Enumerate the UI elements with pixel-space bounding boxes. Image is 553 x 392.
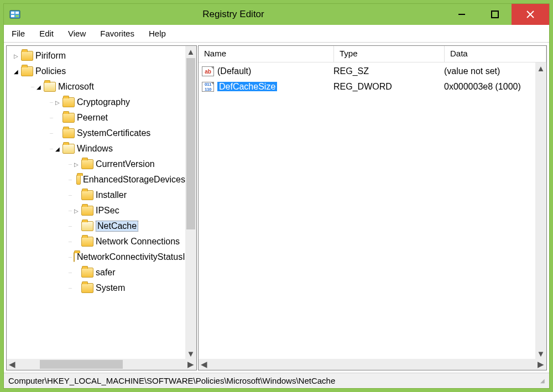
expand-icon[interactable]: ▷ xyxy=(72,207,80,215)
tree-line-icon: ┈ xyxy=(69,192,71,198)
tree-item[interactable]: ┈▷Cryptography xyxy=(9,95,185,110)
tree-item-label: System xyxy=(96,283,125,293)
scroll-thumb[interactable] xyxy=(40,360,123,369)
tree-line-icon xyxy=(72,176,75,184)
svg-rect-4 xyxy=(15,15,19,17)
values-vertical-scrollbar[interactable]: ▲ ▼ xyxy=(535,62,546,359)
value-name: (Default) xyxy=(217,66,333,76)
menu-favorites[interactable]: Favorites xyxy=(95,27,143,40)
folder-icon xyxy=(62,144,75,154)
tree-line-icon: ┈ xyxy=(69,161,71,168)
tree-item-label: safer xyxy=(96,268,116,278)
folder-icon xyxy=(74,252,75,262)
tree-item[interactable]: ◢Policies xyxy=(9,64,185,79)
dword-value-icon: 011110 xyxy=(202,82,214,92)
tree-line-icon xyxy=(72,269,80,276)
svg-rect-6 xyxy=(492,11,498,18)
folder-icon xyxy=(21,66,33,76)
folder-icon xyxy=(81,159,93,169)
tree-line-icon: ┈ xyxy=(69,208,71,214)
tree-item-label: Microsoft xyxy=(58,82,94,92)
tree-line-icon: ┈ xyxy=(31,84,34,90)
scroll-left-icon[interactable]: ◀ xyxy=(199,359,210,369)
tree-line-icon xyxy=(72,191,80,199)
collapse-icon[interactable]: ◢ xyxy=(35,83,43,91)
expand-icon[interactable]: ▷ xyxy=(12,52,20,60)
scroll-down-icon[interactable]: ▼ xyxy=(535,348,546,359)
expand-icon[interactable]: ▷ xyxy=(72,160,80,168)
tree-line-icon: ┈ xyxy=(50,115,53,121)
collapse-icon[interactable]: ◢ xyxy=(54,145,61,153)
value-row[interactable]: 011110DefCacheSizeREG_DWORD0x000003e8 (1… xyxy=(199,79,535,95)
tree-line-icon xyxy=(72,222,80,230)
menu-view[interactable]: View xyxy=(62,27,95,40)
tree-line-icon: ┈ xyxy=(69,285,71,291)
column-data[interactable]: Data xyxy=(445,46,546,62)
window-buttons xyxy=(445,4,549,25)
tree-item-label: Peernet xyxy=(77,113,108,123)
column-type[interactable]: Type xyxy=(334,46,445,62)
scroll-right-icon[interactable]: ▶ xyxy=(185,359,196,369)
collapse-icon[interactable]: ◢ xyxy=(12,67,20,75)
tree-item[interactable]: ┈NetCache xyxy=(9,218,185,234)
app-icon xyxy=(8,8,22,21)
status-bar: Computer\HKEY_LOCAL_MACHINE\SOFTWARE\Pol… xyxy=(4,373,549,388)
scroll-up-icon[interactable]: ▲ xyxy=(535,62,546,74)
tree-item[interactable]: ┈System xyxy=(9,280,185,296)
minimize-button[interactable] xyxy=(445,4,478,25)
tree-item[interactable]: ┈▷IPSec xyxy=(9,203,185,218)
tree-item[interactable]: ┈◢Microsoft xyxy=(9,79,185,95)
tree-item[interactable]: ┈safer xyxy=(9,265,185,280)
registry-tree[interactable]: ▷Piriform◢Policies┈◢Microsoft┈▷Cryptogra… xyxy=(7,46,185,359)
scroll-right-icon[interactable]: ▶ xyxy=(535,359,546,369)
column-headers[interactable]: Name Type Data xyxy=(199,46,546,62)
scroll-thumb[interactable] xyxy=(186,58,195,229)
tree-line-icon: ┈ xyxy=(69,254,71,260)
tree-line-icon xyxy=(54,129,61,137)
menu-edit[interactable]: Edit xyxy=(34,27,62,40)
tree-item-label: Cryptography xyxy=(77,97,130,107)
tree-item[interactable]: ┈◢Windows xyxy=(9,141,185,156)
tree-item-label: Piriform xyxy=(35,51,66,61)
string-value-icon: ab xyxy=(202,66,214,76)
resize-grip-icon[interactable]: ◢ xyxy=(540,380,545,382)
expand-icon[interactable]: ▷ xyxy=(54,98,61,106)
tree-item[interactable]: ┈EnhancedStorageDevices xyxy=(9,172,185,187)
tree-item-label: NetworkConnectivityStatusIndicator xyxy=(77,252,185,262)
column-name[interactable]: Name xyxy=(199,46,334,62)
folder-icon xyxy=(81,206,93,216)
tree-item-label: NetCache xyxy=(96,221,138,232)
registry-editor-window: Registry Editor File Edit View Favorites… xyxy=(3,3,550,389)
values-list[interactable]: ab(Default)REG_SZ(value not set)011110De… xyxy=(199,62,535,359)
tree-item[interactable]: ┈Installer xyxy=(9,187,185,203)
tree-item[interactable]: ▷Piriform xyxy=(9,48,185,64)
tree-horizontal-scrollbar[interactable]: ◀ ▶ xyxy=(7,359,196,370)
menu-help[interactable]: Help xyxy=(143,27,175,40)
tree-item[interactable]: ┈SystemCertificates xyxy=(9,126,185,141)
value-data: (value not set) xyxy=(444,66,535,76)
tree-vertical-scrollbar[interactable]: ▲ ▼ xyxy=(185,46,196,359)
svg-rect-2 xyxy=(15,12,19,14)
tree-item-label: SystemCertificates xyxy=(77,128,150,138)
folder-icon xyxy=(44,82,56,92)
tree-line-icon: ┈ xyxy=(69,223,71,229)
tree-item[interactable]: ┈NetworkConnectivityStatusIndicator xyxy=(9,249,185,265)
scroll-up-icon[interactable]: ▲ xyxy=(185,46,196,57)
menu-file[interactable]: File xyxy=(8,27,34,40)
scroll-down-icon[interactable]: ▼ xyxy=(185,348,196,359)
maximize-button[interactable] xyxy=(478,4,512,25)
values-pane: Name Type Data ab(Default)REG_SZ(value n… xyxy=(198,45,547,370)
scroll-left-icon[interactable]: ◀ xyxy=(7,359,18,369)
title-bar[interactable]: Registry Editor xyxy=(4,4,549,25)
tree-item[interactable]: ┈Network Connections xyxy=(9,234,185,249)
status-text: Computer\HKEY_LOCAL_MACHINE\SOFTWARE\Pol… xyxy=(8,376,335,385)
value-row[interactable]: ab(Default)REG_SZ(value not set) xyxy=(199,64,535,79)
tree-item[interactable]: ┈▷CurrentVersion xyxy=(9,156,185,172)
close-button[interactable] xyxy=(512,4,549,25)
tree-line-icon: ┈ xyxy=(69,177,71,183)
folder-icon xyxy=(62,128,75,138)
tree-item[interactable]: ┈Peernet xyxy=(9,110,185,126)
values-horizontal-scrollbar[interactable]: ◀ ▶ xyxy=(199,359,546,370)
tree-line-icon xyxy=(72,284,80,292)
tree-line-icon: ┈ xyxy=(50,146,53,152)
